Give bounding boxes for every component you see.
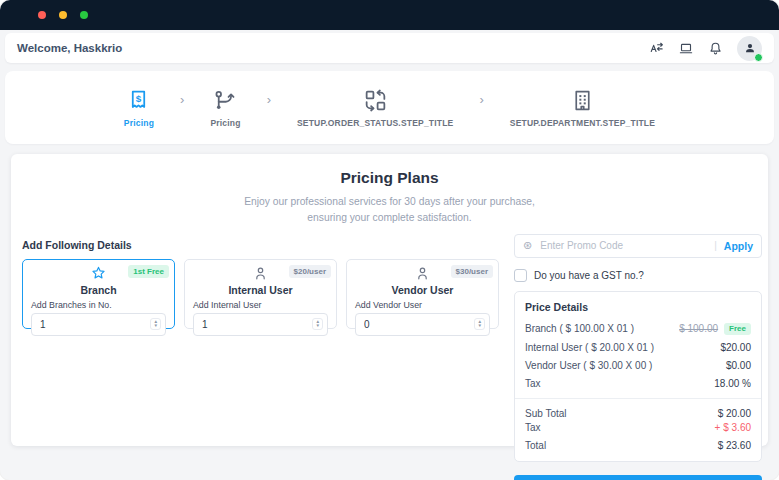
section-label: Add Following Details [22, 239, 500, 251]
welcome-text: Welcome, Haskkrio [17, 42, 122, 54]
apply-divider: | [714, 240, 717, 251]
order-summary-section: ⊛ | Apply Do you have a GST no.? Price D… [514, 234, 762, 480]
number-stepper-icon[interactable]: ▲▼ [474, 318, 485, 330]
apply-promo-button[interactable]: Apply [724, 240, 753, 252]
setup-stepper: $ Pricing › Pricing › [5, 71, 774, 144]
price-row-label: Branch ( $ 100.00 X 01 ) [525, 323, 634, 334]
user-avatar[interactable] [737, 36, 762, 61]
plan-input-label: Add Internal User [193, 300, 328, 310]
page-title: Pricing Plans [11, 169, 768, 187]
price-row-value: $20.00 [720, 342, 751, 353]
bell-icon[interactable] [708, 41, 723, 56]
pricing-plans-panel: Pricing Plans Enjoy our professional ser… [11, 154, 768, 446]
divider [515, 398, 761, 399]
total-row: Total $ 23.60 [525, 440, 751, 451]
number-stepper-icon[interactable]: ▲▼ [312, 318, 323, 330]
price-row-tax: Tax 18.00 % [525, 378, 751, 389]
price-row-label: Tax [525, 378, 541, 389]
plan-selection-section: Add Following Details 1st Free Branch Ad… [22, 234, 500, 480]
svg-text:$: $ [136, 92, 142, 103]
plan-input-label: Add Vendor User [355, 300, 490, 310]
laptop-icon[interactable] [678, 41, 694, 56]
subtotal-row: Sub Total $ 20.00 [525, 408, 751, 419]
buy-now-button[interactable]: Buy Now [514, 475, 762, 480]
plan-title: Vendor User [355, 284, 490, 296]
chevron-right-icon: › [479, 92, 483, 107]
price-row-label: Internal User ( $ 20.00 X 01 ) [525, 342, 654, 353]
chevron-right-icon: › [267, 92, 271, 107]
branch-count-input[interactable] [34, 319, 150, 330]
branch-count-field: ▲▼ [31, 313, 166, 336]
internal-user-count-input[interactable] [196, 319, 312, 330]
total-value: $ 23.60 [718, 440, 751, 451]
plan-card-branch[interactable]: 1st Free Branch Add Branches in No. ▲▼ [22, 259, 175, 329]
price-details-title: Price Details [525, 301, 751, 313]
total-label: Total [525, 440, 546, 451]
plan-input-label: Add Branches in No. [31, 300, 166, 310]
promo-code-input[interactable] [538, 239, 714, 252]
subtotal-value: $ 20.00 [718, 408, 751, 419]
free-badge: Free [724, 323, 751, 335]
price-details-panel: Price Details Branch ( $ 100.00 X 01 ) $… [514, 291, 762, 462]
price-row-value: 18.00 % [714, 378, 751, 389]
step-pricing-plan[interactable]: $ Pricing [124, 88, 154, 128]
price-row-value: $0.00 [726, 360, 751, 371]
tax-total-row: Tax + $ 3.60 [525, 422, 751, 433]
plan-badge: 1st Free [128, 265, 169, 278]
language-icon[interactable] [649, 41, 664, 56]
tax-label: Tax [525, 422, 541, 433]
plan-card-internal-user[interactable]: $20/user Internal User Add Internal User… [184, 259, 337, 329]
price-row-vendor-user: Vendor User ( $ 30.00 X 00 ) $0.00 [525, 360, 751, 371]
step-label: Pricing [124, 118, 154, 128]
minimize-window-dot[interactable] [59, 11, 67, 19]
plan-title: Branch [31, 284, 166, 296]
price-row-internal-user: Internal User ( $ 20.00 X 01 ) $20.00 [525, 342, 751, 353]
route-icon [213, 88, 238, 113]
department-building-icon [570, 88, 595, 113]
app-header: Welcome, Haskkrio [5, 33, 774, 63]
step-label: SETUP.ORDER_STATUS.STEP_TITLE [297, 118, 453, 128]
step-department[interactable]: SETUP.DEPARTMENT.STEP_TITLE [510, 88, 655, 128]
window-titlebar [0, 0, 779, 30]
close-window-dot[interactable] [38, 11, 46, 19]
plan-title: Internal User [193, 284, 328, 296]
gst-label: Do you have a GST no.? [534, 270, 644, 281]
online-status-dot [754, 53, 763, 62]
gst-option: Do you have a GST no.? [514, 269, 762, 282]
vendor-user-count-field: ▲▼ [355, 313, 490, 336]
page-subtitle: Enjoy our professional services for 30 d… [11, 194, 768, 226]
step-label: Pricing [210, 118, 240, 128]
app-window: Welcome, Haskkrio [0, 0, 779, 480]
promo-icon: ⊛ [523, 239, 532, 252]
price-row-branch: Branch ( $ 100.00 X 01 ) $ 100.00 Free [525, 323, 751, 335]
receipt-dollar-icon: $ [126, 88, 151, 113]
internal-user-count-field: ▲▼ [193, 313, 328, 336]
maximize-window-dot[interactable] [80, 11, 88, 19]
header-actions [649, 36, 762, 61]
step-pricing-route[interactable]: Pricing [210, 88, 240, 128]
step-label: SETUP.DEPARTMENT.STEP_TITLE [510, 118, 655, 128]
subtotal-label: Sub Total [525, 408, 567, 419]
plan-badge: $20/user [289, 265, 331, 278]
original-price: $ 100.00 [679, 323, 718, 334]
plan-badge: $30/user [451, 265, 493, 278]
promo-code-field: ⊛ | Apply [514, 234, 762, 258]
price-row-label: Vendor User ( $ 30.00 X 00 ) [525, 360, 652, 371]
chevron-right-icon: › [180, 92, 184, 107]
step-order-status[interactable]: SETUP.ORDER_STATUS.STEP_TITLE [297, 88, 453, 128]
tax-value: + $ 3.60 [715, 422, 751, 433]
gst-checkbox[interactable] [514, 269, 527, 282]
vendor-user-count-input[interactable] [358, 319, 474, 330]
number-stepper-icon[interactable]: ▲▼ [150, 318, 161, 330]
order-status-icon [363, 88, 388, 113]
plan-card-vendor-user[interactable]: $30/user Vendor User Add Vendor User ▲▼ [346, 259, 499, 329]
